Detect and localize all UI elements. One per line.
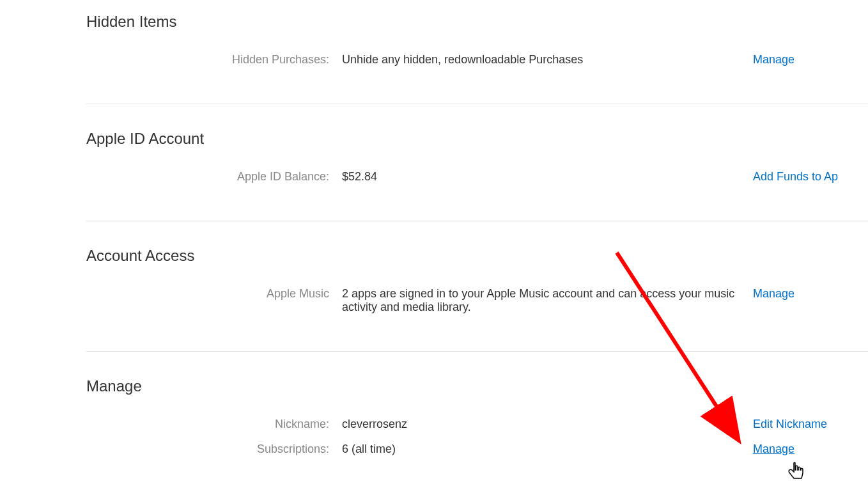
apple-id-balance-row: Apple ID Balance: $52.84 Add Funds to Ap [86,170,868,184]
hidden-purchases-value: Unhide any hidden, redownloadable Purcha… [342,53,753,67]
hidden-purchases-manage-link[interactable]: Manage [753,53,794,66]
hidden-purchases-label: Hidden Purchases: [86,53,342,67]
nickname-value: cleverrosenz [342,418,753,431]
apple-music-row: Apple Music 2 apps are signed in to your… [86,287,868,314]
edit-nickname-link[interactable]: Edit Nickname [753,418,827,430]
hidden-purchases-row: Hidden Purchases: Unhide any hidden, red… [86,53,868,67]
subscriptions-value: 6 (all time) [342,443,753,456]
apple-id-account-section: Apple ID Account Apple ID Balance: $52.8… [86,130,868,221]
hidden-items-section: Hidden Items Hidden Purchases: Unhide an… [86,13,868,104]
apple-id-balance-label: Apple ID Balance: [86,170,342,184]
account-access-section: Account Access Apple Music 2 apps are si… [86,247,868,352]
manage-section: Manage Nickname: cleverrosenz Edit Nickn… [86,377,868,493]
subscriptions-row: Subscriptions: 6 (all time) Manage [86,443,868,456]
hidden-items-title: Hidden Items [86,13,868,31]
account-settings-container: Hidden Items Hidden Purchases: Unhide an… [0,0,868,493]
nickname-row: Nickname: cleverrosenz Edit Nickname [86,418,868,431]
add-funds-link[interactable]: Add Funds to Ap [753,170,838,183]
apple-music-label: Apple Music [86,287,342,301]
apple-music-value: 2 apps are signed in to your Apple Music… [342,287,753,314]
manage-title: Manage [86,377,868,395]
subscriptions-manage-link[interactable]: Manage [753,443,794,455]
apple-music-manage-link[interactable]: Manage [753,287,794,300]
nickname-label: Nickname: [86,418,342,431]
apple-id-balance-value: $52.84 [342,170,753,184]
subscriptions-label: Subscriptions: [86,443,342,456]
apple-id-account-title: Apple ID Account [86,130,868,148]
account-access-title: Account Access [86,247,868,265]
